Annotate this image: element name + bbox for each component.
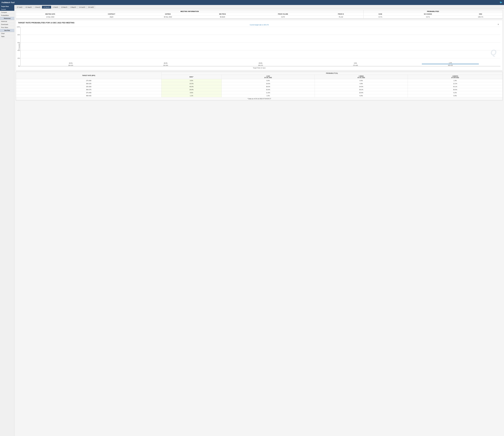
- prob-row-300-325: 300-325 19.5% 16.0% 4.8% 12.2%: [16, 82, 503, 85]
- y-label-60: 60%: [18, 42, 20, 43]
- info-card-header: MEETING INFORMATION MEETING DATE CONTRAC…: [16, 10, 503, 18]
- meeting-info-section: MEETING INFORMATION MEETING DATE CONTRAC…: [16, 10, 363, 18]
- y-label-100: 100%: [17, 26, 20, 28]
- sidebar-item-probabilities[interactable]: Probabilities: [0, 14, 14, 17]
- bar-label-325-350: 40.0%: [164, 63, 168, 64]
- prob-1week-300-325: 4.8%: [315, 82, 408, 85]
- prob-1day-325-350: 38.3%: [222, 85, 315, 88]
- prob-range-275-300: 275-300: [16, 79, 162, 82]
- prob-1week-325-350: 24.0%: [315, 85, 408, 88]
- y-label-80: 80%: [18, 34, 20, 36]
- sidebar-item-downloads[interactable]: Downloads: [0, 23, 14, 26]
- prob-header-target-rate: TARGET RATE (BPS): [16, 72, 162, 79]
- tab-26jul23[interactable]: 26 Jul23: [87, 6, 95, 9]
- prob-col-1week: 1 WEEK19 JUL 2022: [315, 75, 408, 79]
- prob-row-375-400: 375-400 9.6% 11.6% 25.9% 8.2%: [16, 91, 503, 94]
- probabilities-row: 0.0 % 0.0 % 100.0 %: [364, 16, 503, 18]
- app-title: FedWatch Tool: [1, 1, 15, 4]
- prob-1day-350-375: 32.6%: [222, 88, 315, 91]
- prob-now-300-325: 19.5%: [162, 82, 222, 85]
- prob-1day-300-325: 16.0%: [222, 82, 315, 85]
- prob-1month-300-325: 12.2%: [408, 82, 503, 85]
- tab-14dec22[interactable]: 14 Dec22: [42, 6, 51, 9]
- prob-1week-375-400: 25.9%: [315, 91, 408, 94]
- prob-now-400-425: 1.1%: [162, 94, 222, 97]
- prob-range-400-425: 400-425: [16, 94, 162, 97]
- prob-1week-350-375: 39.2%: [315, 88, 408, 91]
- prob-col-1day: 1 DAY25 JUL 2022: [222, 75, 315, 79]
- y-label-40: 40%: [18, 50, 20, 51]
- prob-1month-325-350: 43.1%: [408, 85, 503, 88]
- sidebar-item-compare[interactable]: Compare: [0, 11, 14, 14]
- chart-subtitle: Current target rate is 150-175: [18, 24, 500, 26]
- prob-range-300-325: 300-325: [16, 82, 162, 85]
- cell-ease: 0.0 %: [364, 16, 397, 18]
- prob-1month-350-375: 35.5%: [408, 88, 503, 91]
- date-tabs: 27 Jul22 21 Sep22 2 Nov22 14 Dec22 1 Feb…: [14, 5, 504, 9]
- prob-row-325-350: 325-350 40.0% 38.3% 24.0% 43.1%: [16, 85, 503, 88]
- col-ease: EASE: [364, 13, 397, 16]
- sidebar-item-prior-hikes[interactable]: Prior Hikes: [0, 26, 14, 29]
- col-prior-volume: PRIOR VOLUME: [248, 13, 318, 16]
- chart-title: TARGET RATE PROBABILITIES FOR 14 DEC 202…: [18, 22, 500, 24]
- y-label-0: 0%: [18, 65, 20, 67]
- bar-x-label-400-425: 400-425: [448, 65, 453, 66]
- col-no-change: NO CHANGE: [397, 13, 459, 16]
- bars-group: 19.5% 300-325 40.0% 325-350 29.8%: [21, 27, 500, 66]
- cell-mid-price: 96.6625: [197, 16, 248, 18]
- sidebar-item-table[interactable]: Table: [0, 35, 14, 38]
- prob-row-400-425: 400-425 1.1% 1.5% 6.0% 0.0%: [16, 94, 503, 97]
- prob-1month-375-400: 8.2%: [408, 91, 503, 94]
- bar-chart-container: Probability 100% 80% 60%: [18, 27, 500, 66]
- chart-menu-icon[interactable]: ≡: [498, 23, 499, 26]
- bar-x-label-375-400: 375-400: [353, 65, 358, 66]
- prob-col-1month: 1 MONTH24 JUN 2022: [408, 75, 503, 79]
- bar-325-350: 40.0% 325-350: [118, 63, 213, 66]
- probabilities-table: EASE NO CHANGE HIKE 0.0 % 0.0 % 100.0 %: [364, 13, 503, 18]
- col-contract: CONTRACT: [84, 13, 138, 16]
- sidebar-item-current[interactable]: Current: [0, 8, 14, 11]
- prob-1week-275-300: 0.0%: [315, 79, 408, 82]
- sidebar-target-rate-header: Target Rate: [0, 5, 14, 8]
- prob-range-350-375: 350-375: [16, 88, 162, 91]
- cell-contract: ZQZ2: [84, 16, 138, 18]
- col-prior-oi: PRIOR OI: [318, 13, 363, 16]
- prob-now-350-375: 29.8%: [162, 88, 222, 91]
- bar-400-425: 1.1% 400-425: [403, 62, 498, 66]
- content-area: 27 Jul22 21 Sep22 2 Nov22 14 Dec22 1 Feb…: [14, 5, 504, 436]
- sidebar: Target Rate Current Compare Probabilitie…: [0, 5, 14, 436]
- col-mid-price: MID PRICE: [197, 13, 248, 16]
- y-axis-label: Probability: [18, 27, 20, 66]
- tab-21sep22[interactable]: 21 Sep22: [24, 6, 33, 9]
- prob-1day-375-400: 11.6%: [222, 91, 315, 94]
- bar-label-375-400: 9.6%: [354, 63, 357, 64]
- tab-14jun23[interactable]: 14 Jun23: [78, 6, 87, 9]
- prob-row-275-300: 275-300 0.0% 0.0% 0.0% 1.0%: [16, 79, 503, 82]
- chart-card: TARGET RATE PROBABILITIES FOR 14 DEC 202…: [16, 20, 503, 70]
- probabilities-title: PROBABILITIES: [364, 10, 503, 13]
- probability-table-card: TARGET RATE (BPS) PROBABILITY(%) NOW * 1…: [16, 72, 503, 100]
- bar-chart: 100% 80% 60% 40%: [20, 27, 500, 66]
- tab-1feb23[interactable]: 1 Feb23: [51, 6, 59, 9]
- prob-1month-400-425: 0.0%: [408, 94, 503, 97]
- cell-meeting-date: 14 Dec 2022: [16, 16, 84, 18]
- app-header: FedWatch Tool 🐦: [0, 0, 504, 5]
- tab-15mar23[interactable]: 15 Mar23: [60, 6, 69, 9]
- tab-2nov22[interactable]: 2 Nov22: [34, 6, 42, 9]
- prob-now-325-350: 40.0%: [162, 85, 222, 88]
- meeting-info-row: 14 Dec 2022 ZQZ2 30 Dec 2022 96.6625 5,9…: [16, 16, 363, 18]
- bar-label-300-325: 19.5%: [69, 63, 72, 64]
- sidebar-item-chart[interactable]: Chart: [0, 32, 14, 35]
- bar-rect-400-425: [422, 64, 479, 64]
- sidebar-item-historical[interactable]: Historical: [0, 20, 14, 23]
- bar-x-label-325-350: 325-350: [163, 65, 168, 66]
- tab-3may23[interactable]: 3 May23: [69, 6, 77, 9]
- prob-footnote-row: * Data as of 26 Jul 2022 07:04:58 CT: [16, 97, 503, 100]
- meeting-info-title: MEETING INFORMATION: [16, 10, 363, 13]
- prob-1day-275-300: 0.0%: [222, 79, 315, 82]
- bar-label-350-375: 29.8%: [259, 63, 262, 64]
- x-axis-title: Target Rate (in bps): [18, 67, 500, 69]
- bar-x-label-350-375: 350-375: [258, 65, 263, 66]
- tab-27jul22[interactable]: 27 Jul22: [16, 6, 24, 9]
- col-expires: EXPIRES: [138, 13, 197, 16]
